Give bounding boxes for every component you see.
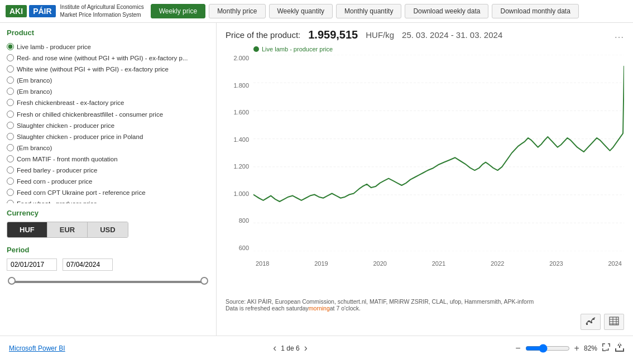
slider-track[interactable] [9, 281, 207, 283]
chart-legend: Live lamb - producer price [253, 46, 624, 52]
product-radio[interactable] [7, 65, 14, 73]
next-page-button[interactable]: › [304, 342, 308, 354]
svg-rect-10 [591, 322, 592, 323]
zoom-plus-button[interactable]: + [574, 343, 579, 353]
product-label: Live lamb - producer price [17, 42, 91, 51]
product-label: Corn MATIF - front month quotation [17, 155, 118, 164]
currency-huf[interactable]: HUF [7, 222, 47, 237]
x-label-2021: 2021 [432, 260, 445, 267]
x-label-2018: 2018 [256, 260, 269, 267]
product-label: (Em branco) [17, 143, 52, 152]
x-label-2019: 2019 [314, 260, 328, 267]
svg-rect-8 [586, 323, 588, 325]
footer-controls: − + 82% [515, 343, 624, 354]
product-item: Fresh or chilled chickenbreastfillet - c… [7, 109, 209, 120]
product-radio[interactable] [7, 144, 14, 151]
chart-area: Live lamb - producer price 2.000 1.800 1… [226, 46, 624, 297]
slider-thumb-right[interactable] [200, 277, 208, 285]
price-label: Price of the product: [226, 30, 300, 40]
chart-line-icon [586, 317, 596, 325]
chart-table-btn[interactable] [604, 314, 624, 330]
price-date: 25. 03. 2024 - 31. 03. 2024 [402, 30, 502, 40]
svg-rect-11 [593, 318, 594, 320]
powerbi-link[interactable]: Microsoft Power BI [9, 344, 65, 352]
product-radio[interactable] [7, 200, 14, 203]
page-info: 1 de 6 [281, 344, 299, 352]
period-inputs [7, 258, 209, 271]
fullscreen-button[interactable] [602, 343, 611, 354]
chart-line-btn[interactable] [581, 314, 601, 330]
product-item: (Em branco) [7, 75, 209, 86]
currency-usd[interactable]: USD [87, 222, 127, 237]
chart-table-icon [609, 317, 619, 325]
product-radio[interactable] [7, 122, 14, 129]
y-label-1400: 1.400 [233, 136, 249, 143]
product-label: Slaughter chicken - producer price [17, 121, 114, 130]
x-axis: 2018 2019 2020 2021 2022 2023 2024 [253, 260, 624, 267]
header: AKI PÁIR Institute of Agricultural Econo… [0, 0, 633, 23]
currency-buttons: HUF EUR USD [7, 222, 128, 238]
product-item: White wine (without PGI + with PGI) - ex… [7, 64, 209, 75]
source-line2-morning: morning [309, 305, 330, 312]
y-label-1000: 1.000 [233, 190, 249, 197]
product-label: Feed wheat - producer price [17, 199, 97, 203]
fullscreen-icon [602, 343, 611, 352]
currency-eur[interactable]: EUR [47, 222, 87, 237]
tab-weekly-price[interactable]: Weekly price [151, 4, 205, 18]
product-label: Slaughter chicken - producer price in Po… [17, 132, 143, 141]
product-label: (Em branco) [17, 87, 52, 96]
product-radio[interactable] [7, 76, 14, 84]
y-axis: 2.000 1.800 1.600 1.400 1.200 1.000 800 … [226, 55, 252, 251]
period-start-input[interactable] [7, 258, 57, 271]
tab-monthly-price[interactable]: Monthly price [209, 4, 265, 18]
prev-page-button[interactable]: ‹ [273, 342, 276, 354]
tab-download-weekly[interactable]: Download weekly data [405, 4, 488, 18]
source-line2-pre: Data is refreshed each saturday [226, 305, 309, 312]
y-label-2000: 2.000 [233, 55, 249, 61]
slider-fill [9, 281, 207, 283]
product-radio[interactable] [7, 54, 14, 61]
tab-weekly-quantity[interactable]: Weekly quantity [269, 4, 333, 18]
y-label-800: 800 [239, 217, 249, 224]
product-radio[interactable] [7, 178, 14, 185]
chart-svg-wrapper [253, 55, 624, 251]
product-radio[interactable] [7, 99, 14, 106]
product-label: Feed corn - producer price [17, 177, 93, 186]
chart-svg[interactable] [253, 55, 624, 251]
product-radio[interactable] [7, 88, 14, 95]
zoom-minus-button[interactable]: − [515, 343, 520, 353]
product-label: (Em branco) [17, 76, 52, 85]
logo-aki: AKI [6, 5, 27, 17]
share-button[interactable] [615, 343, 624, 354]
source-line2-post: at 7 o'clock. [330, 305, 361, 312]
product-radio[interactable] [7, 133, 14, 140]
price-unit: HUF/kg [366, 30, 394, 40]
tab-monthly-quantity[interactable]: Monthly quantity [336, 4, 401, 18]
product-section-title: Product [7, 28, 209, 37]
product-label: Feed corn CPT Ukraine port - reference p… [17, 188, 146, 197]
slider-thumb-left[interactable] [8, 277, 16, 285]
tab-download-monthly[interactable]: Download monthly data [492, 4, 578, 18]
chart-svg-area: 2.000 1.800 1.600 1.400 1.200 1.000 800 … [226, 55, 624, 267]
product-radio[interactable] [7, 166, 14, 174]
product-radio[interactable] [7, 189, 14, 196]
product-label: Fresh or chilled chickenbreastfillet - c… [17, 110, 163, 119]
product-label: White wine (without PGI + with PGI) - ex… [17, 65, 169, 74]
product-item: Fresh chickenbreast - ex-factory price [7, 97, 209, 108]
y-label-1200: 1.200 [233, 163, 249, 170]
zoom-value: 82% [584, 344, 597, 352]
x-label-2023: 2023 [549, 260, 563, 267]
period-section-title: Period [7, 246, 209, 254]
more-button[interactable]: … [614, 29, 624, 41]
product-radio[interactable] [7, 43, 14, 50]
product-item: Slaughter chicken - producer price in Po… [7, 131, 209, 142]
product-item: Feed corn CPT Ukraine port - reference p… [7, 187, 209, 198]
main-content: Product Live lamb - producer priceRed- a… [0, 23, 633, 336]
zoom-slider[interactable] [525, 344, 570, 353]
legend-label: Live lamb - producer price [262, 46, 333, 52]
slider-container [9, 276, 207, 288]
product-radio[interactable] [7, 155, 14, 162]
product-item: Slaughter chicken - producer price [7, 120, 209, 131]
product-radio[interactable] [7, 111, 14, 118]
period-end-input[interactable] [63, 258, 113, 271]
